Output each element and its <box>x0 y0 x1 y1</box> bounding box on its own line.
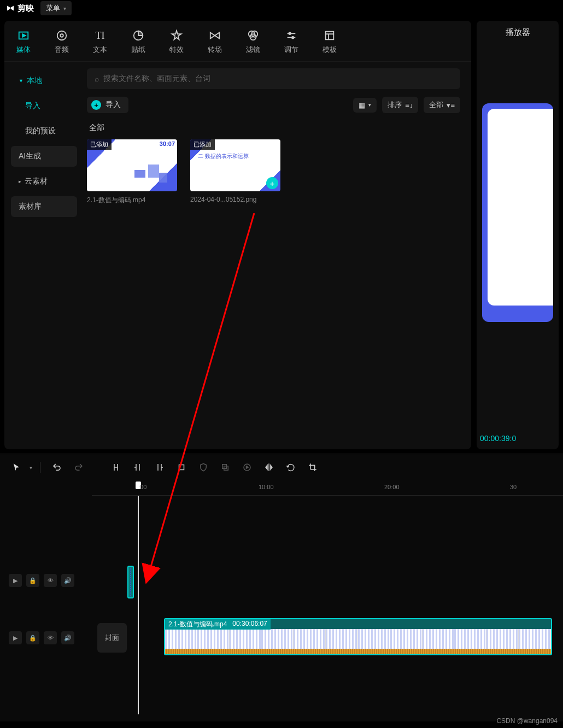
cover-button[interactable]: 封面 <box>97 623 127 653</box>
player-panel: 播放器 00:00:39:0 <box>477 21 559 449</box>
tab-template[interactable]: 模板 <box>310 25 349 61</box>
crop2-button[interactable] <box>304 459 321 476</box>
clip-label: 2.1-数值与编码.mp4 00:30:06:07 <box>165 619 271 630</box>
select-tool[interactable] <box>8 459 25 476</box>
caret-right-icon: ▸ <box>19 179 21 184</box>
logo-icon <box>5 3 15 13</box>
rotate-button[interactable] <box>282 459 300 476</box>
sort-button[interactable]: 排序 ≡↓ <box>382 97 418 113</box>
copy-button <box>216 459 234 476</box>
plus-icon: + <box>91 100 101 110</box>
search-placeholder: 搜索文件名称、画面元素、台词 <box>103 74 210 84</box>
tab-text[interactable]: TI 文本 <box>81 25 119 61</box>
track-type-icon[interactable]: ▶ <box>9 631 22 644</box>
sidebar-item-ai[interactable]: AI生成 <box>11 146 77 167</box>
asset-tag: 已添加 <box>87 139 112 150</box>
reverse-button <box>238 459 256 476</box>
transition-icon <box>209 30 221 42</box>
asset-name: 2024-04-0...05152.png <box>190 196 280 203</box>
track-mute-button[interactable]: 🔊 <box>61 574 74 587</box>
video-clip[interactable]: 2.1-数值与编码.mp4 00:30:06:07 <box>164 618 552 655</box>
track-type-icon[interactable]: ▶ <box>9 574 22 587</box>
timeline-tracks: ▶ 🔒 👁 🔊 ▶ 🔒 👁 🔊 封面 2.1-数值与编码.mp4 <box>0 496 563 714</box>
sidebar-item-local[interactable]: ▼本地 <box>11 71 77 91</box>
sticker-icon <box>132 30 144 42</box>
speaker-icon: 🔊 <box>64 577 72 584</box>
sidebar-item-library[interactable]: 素材库 <box>11 196 77 217</box>
menu-button[interactable]: 菜单 ▾ <box>40 1 72 15</box>
tab-sticker[interactable]: 贴纸 <box>119 25 157 61</box>
app-name: 剪映 <box>17 3 34 14</box>
top-tabs: 媒体 音频 TI 文本 贴纸 特效 转场 <box>4 21 471 62</box>
svg-point-1 <box>57 31 67 40</box>
track-lock-button[interactable]: 🔒 <box>26 574 39 587</box>
track-row-audio: ▶ 🔒 👁 🔊 <box>0 561 563 600</box>
lock-icon: 🔒 <box>29 577 37 584</box>
player-preview[interactable] <box>482 103 553 322</box>
track-lane[interactable]: 2.1-数值与编码.mp4 00:30:06:07 <box>127 616 563 660</box>
split-left-button[interactable] <box>129 459 146 476</box>
tab-transition[interactable]: 转场 <box>196 25 234 61</box>
menu-label: 菜单 <box>46 3 60 13</box>
split-button[interactable] <box>107 459 125 476</box>
audio-clip[interactable] <box>127 566 134 598</box>
asset-grid: 已添加 30:07 2.1-数值与编码.mp4 已添加 二 数据的表示和运算 +… <box>87 139 460 205</box>
import-button[interactable]: + 导入 <box>87 97 128 113</box>
timeline-toolbar: ▾ <box>0 454 563 480</box>
media-sidebar: ▼本地 导入 我的预设 AI生成 ▸云素材 素材库 <box>4 62 84 449</box>
app-logo: 剪映 <box>5 3 34 14</box>
asset-hint: 二 数据的表示和运算 <box>198 152 249 160</box>
track-mute-button[interactable]: 🔊 <box>61 631 74 644</box>
asset-item[interactable]: 已添加 30:07 2.1-数值与编码.mp4 <box>87 139 177 205</box>
media-content: ⌕ 搜索文件名称、画面元素、台词 + 导入 ▦ ▾ 排序 ≡↓ <box>84 62 471 449</box>
search-input[interactable]: ⌕ 搜索文件名称、画面元素、台词 <box>87 68 460 89</box>
undo-button[interactable] <box>48 459 66 476</box>
crop-button[interactable] <box>173 459 190 476</box>
track-visible-button[interactable]: 👁 <box>44 574 57 587</box>
template-icon <box>324 30 336 42</box>
playhead-line[interactable] <box>138 496 139 714</box>
ruler-tick: :00 <box>138 484 146 490</box>
svg-point-8 <box>292 37 294 39</box>
track-visible-button[interactable]: 👁 <box>44 631 57 644</box>
chevron-down-icon[interactable]: ▾ <box>30 465 32 471</box>
tab-audio[interactable]: 音频 <box>43 25 81 61</box>
svg-rect-9 <box>326 32 334 40</box>
adjust-icon <box>285 30 297 42</box>
thumb-graphic-icon <box>129 159 173 189</box>
shield-button <box>195 459 212 476</box>
lock-icon: 🔒 <box>29 635 37 642</box>
add-to-timeline-button[interactable]: + <box>266 177 278 189</box>
app-header: 剪映 菜单 ▾ <box>0 0 563 16</box>
svg-rect-13 <box>179 465 184 470</box>
sidebar-item-presets[interactable]: 我的预设 <box>11 121 77 142</box>
sidebar-item-cloud[interactable]: ▸云素材 <box>11 171 77 192</box>
tab-filter[interactable]: 滤镜 <box>234 25 272 61</box>
player-timecode: 00:00:39:0 <box>479 434 516 443</box>
svg-rect-11 <box>148 165 159 178</box>
caret-down-icon: ▼ <box>19 78 24 84</box>
timeline-ruler[interactable]: :00 10:00 20:00 30 <box>92 480 563 496</box>
track-lock-button[interactable]: 🔒 <box>26 631 39 644</box>
sort-icon: ≡↓ <box>405 101 413 109</box>
asset-thumbnail: 已添加 二 数据的表示和运算 + <box>190 139 280 191</box>
tab-effects[interactable]: 特效 <box>157 25 196 61</box>
chevron-down-icon: ▾ <box>368 102 371 108</box>
track-lane[interactable] <box>92 561 563 600</box>
redo-button <box>70 459 87 476</box>
view-mode-button[interactable]: ▦ ▾ <box>353 98 377 113</box>
chevron-down-icon: ▾ <box>63 5 66 11</box>
tab-adjust[interactable]: 调节 <box>272 25 310 61</box>
watermark: CSDN @wangan094 <box>496 717 558 725</box>
sidebar-item-import[interactable]: 导入 <box>11 96 77 116</box>
player-title: 播放器 <box>506 27 530 38</box>
asset-tag: 已添加 <box>190 139 215 150</box>
tab-media[interactable]: 媒体 <box>4 25 43 61</box>
split-right-button[interactable] <box>151 459 168 476</box>
ruler-tick: 30 <box>510 484 517 490</box>
svg-rect-12 <box>159 173 167 183</box>
filter-button[interactable]: 全部 ▾≡ <box>424 97 460 113</box>
asset-name: 2.1-数值与编码.mp4 <box>87 196 177 205</box>
asset-item[interactable]: 已添加 二 数据的表示和运算 + 2024-04-0...05152.png <box>190 139 280 205</box>
mirror-button[interactable] <box>260 459 278 476</box>
